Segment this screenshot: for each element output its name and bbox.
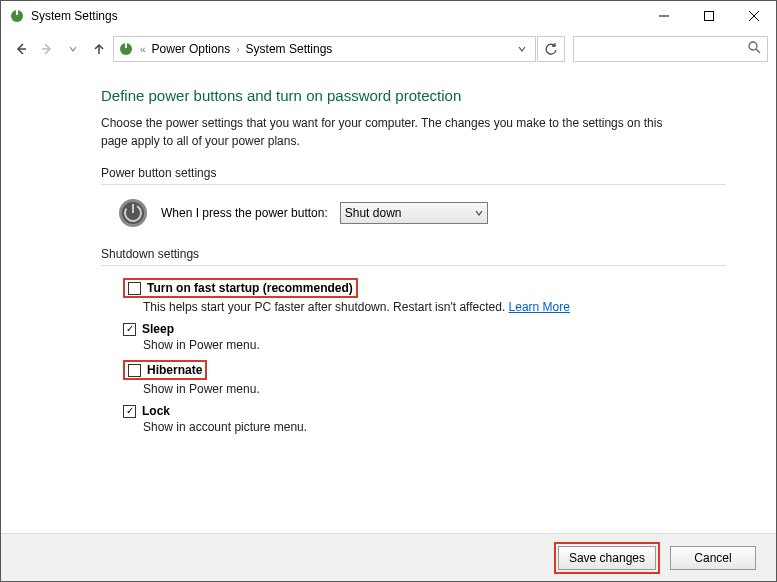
footer: Save changes Cancel <box>1 533 776 581</box>
power-button-row: When I press the power button: Shut down <box>117 197 726 229</box>
svg-rect-10 <box>125 43 127 48</box>
sleep-checkbox[interactable] <box>123 323 136 336</box>
back-button[interactable] <box>9 37 33 61</box>
power-button-select[interactable]: Shut down <box>340 202 488 224</box>
divider <box>101 265 726 266</box>
svg-rect-3 <box>704 12 713 21</box>
hibernate-label: Hibernate <box>147 363 202 377</box>
search-icon <box>748 41 761 57</box>
option-hibernate: Hibernate Show in Power menu. <box>123 360 726 396</box>
select-value: Shut down <box>345 206 402 220</box>
power-options-icon <box>118 41 134 57</box>
svg-point-11 <box>749 42 757 50</box>
option-lock: Lock Show in account picture menu. <box>123 404 726 434</box>
save-button[interactable]: Save changes <box>558 546 656 570</box>
content: Define power buttons and turn on passwor… <box>1 67 776 533</box>
breadcrumb-dropdown[interactable] <box>513 42 531 56</box>
highlight-box: Hibernate <box>123 360 207 380</box>
lock-checkbox[interactable] <box>123 405 136 418</box>
page-description: Choose the power settings that you want … <box>101 114 681 150</box>
power-button-label: When I press the power button: <box>161 206 328 220</box>
breadcrumb-item[interactable]: System Settings <box>246 42 333 56</box>
breadcrumb-lead: « <box>138 44 148 55</box>
up-button[interactable] <box>87 37 111 61</box>
fast-startup-label: Turn on fast startup (recommended) <box>147 281 353 295</box>
divider <box>101 184 726 185</box>
forward-button[interactable] <box>35 37 59 61</box>
hibernate-desc: Show in Power menu. <box>143 382 726 396</box>
refresh-button[interactable] <box>537 36 565 62</box>
navbar: « Power Options › System Settings <box>1 31 776 67</box>
close-button[interactable] <box>731 2 776 31</box>
highlight-box: Turn on fast startup (recommended) <box>123 278 358 298</box>
highlight-box: Save changes <box>554 542 660 574</box>
app-icon <box>9 8 25 24</box>
breadcrumb[interactable]: « Power Options › System Settings <box>113 36 536 62</box>
breadcrumb-item[interactable]: Power Options <box>152 42 231 56</box>
learn-more-link[interactable]: Learn More <box>509 300 570 314</box>
search-input[interactable] <box>573 36 768 62</box>
power-icon <box>117 197 149 229</box>
sleep-label: Sleep <box>142 322 174 336</box>
option-sleep: Sleep Show in Power menu. <box>123 322 726 352</box>
hibernate-checkbox[interactable] <box>128 364 141 377</box>
recent-dropdown[interactable] <box>61 37 85 61</box>
window-title: System Settings <box>31 9 118 23</box>
minimize-button[interactable] <box>641 2 686 31</box>
lock-label: Lock <box>142 404 170 418</box>
chevron-down-icon <box>475 206 483 220</box>
page-heading: Define power buttons and turn on passwor… <box>101 87 726 104</box>
option-fast-startup: Turn on fast startup (recommended) This … <box>123 278 726 314</box>
power-button-section-title: Power button settings <box>101 166 726 180</box>
shutdown-section-title: Shutdown settings <box>101 247 726 261</box>
titlebar: System Settings <box>1 1 776 31</box>
sleep-desc: Show in Power menu. <box>143 338 726 352</box>
svg-rect-16 <box>132 204 134 213</box>
maximize-button[interactable] <box>686 2 731 31</box>
cancel-button[interactable]: Cancel <box>670 546 756 570</box>
fast-startup-desc: This helps start your PC faster after sh… <box>143 300 726 314</box>
lock-desc: Show in account picture menu. <box>143 420 726 434</box>
shutdown-settings: Turn on fast startup (recommended) This … <box>105 278 726 434</box>
chevron-right-icon: › <box>234 44 241 55</box>
svg-line-12 <box>756 49 760 53</box>
settings-window: System Settings « Power Op <box>0 0 777 582</box>
fast-startup-checkbox[interactable] <box>128 282 141 295</box>
svg-rect-1 <box>16 10 18 15</box>
